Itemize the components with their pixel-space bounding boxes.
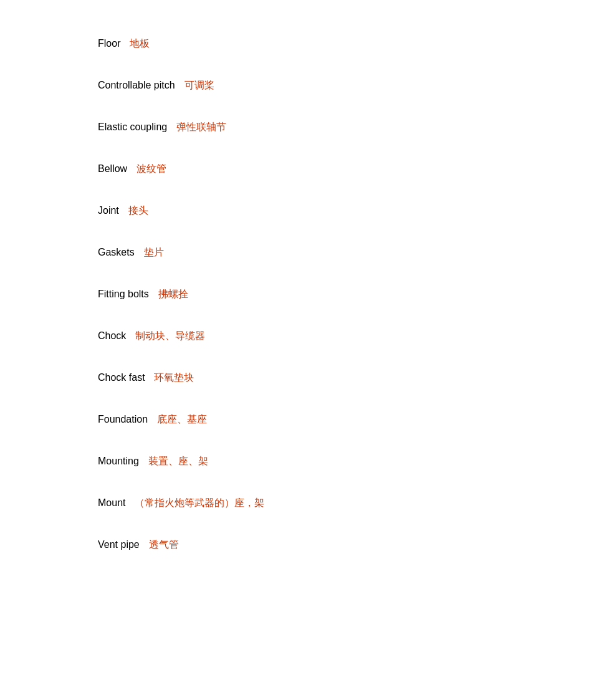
term-row-vent-pipe: Vent pipe 透气管 xyxy=(98,539,589,552)
term-chinese-chock: 制动块、导缆器 xyxy=(130,330,205,343)
term-chinese-vent-pipe: 透气管 xyxy=(143,539,179,552)
term-row-floor: Floor 地板 xyxy=(98,37,589,50)
term-english-controllable-pitch: Controllable pitch xyxy=(98,80,175,91)
term-english-floor: Floor xyxy=(98,38,120,49)
term-english-mounting: Mounting xyxy=(98,456,139,467)
term-chinese-mounting: 装置、座、架 xyxy=(143,455,208,468)
term-english-chock-fast: Chock fast xyxy=(98,372,145,383)
main-content: Floor 地板Controllable pitch 可调桨Elastic co… xyxy=(0,0,589,618)
term-english-vent-pipe: Vent pipe xyxy=(98,539,140,550)
term-chinese-chock-fast: 环氧垫块 xyxy=(149,372,194,385)
term-english-foundation: Foundation xyxy=(98,414,148,425)
term-row-fitting-bolts: Fitting bolts 拂螺拴 xyxy=(98,288,589,301)
term-row-chock-fast: Chock fast 环氧垫块 xyxy=(98,372,589,385)
term-row-gaskets: Gaskets 垫片 xyxy=(98,246,589,259)
term-english-bellow: Bellow xyxy=(98,163,127,175)
term-english-gaskets: Gaskets xyxy=(98,247,135,258)
term-chinese-bellow: 波纹管 xyxy=(131,163,166,176)
term-row-mounting: Mounting 装置、座、架 xyxy=(98,455,589,468)
term-english-elastic-coupling: Elastic coupling xyxy=(98,122,167,133)
term-chinese-gaskets: 垫片 xyxy=(138,246,164,259)
term-chinese-fitting-bolts: 拂螺拴 xyxy=(153,288,188,301)
term-english-mount: Mount xyxy=(98,497,125,509)
term-row-foundation: Foundation 底座、基座 xyxy=(98,413,589,426)
term-english-fitting-bolts: Fitting bolts xyxy=(98,289,149,300)
term-chinese-foundation: 底座、基座 xyxy=(151,413,207,426)
term-chinese-mount: （常指火炮等武器的）座，架 xyxy=(129,497,264,510)
term-row-chock: Chock 制动块、导缆器 xyxy=(98,330,589,343)
term-row-bellow: Bellow 波纹管 xyxy=(98,163,589,176)
term-chinese-floor: 地板 xyxy=(124,37,150,50)
term-english-joint: Joint xyxy=(98,205,119,216)
term-english-chock: Chock xyxy=(98,330,126,342)
term-chinese-controllable-pitch: 可调桨 xyxy=(179,79,214,92)
term-chinese-elastic-coupling: 弹性联轴节 xyxy=(171,121,226,134)
term-row-joint: Joint 接头 xyxy=(98,204,589,218)
term-row-controllable-pitch: Controllable pitch 可调桨 xyxy=(98,79,589,92)
term-chinese-joint: 接头 xyxy=(123,204,148,218)
term-row-mount: Mount （常指火炮等武器的）座，架 xyxy=(98,497,589,510)
term-row-elastic-coupling: Elastic coupling 弹性联轴节 xyxy=(98,121,589,134)
